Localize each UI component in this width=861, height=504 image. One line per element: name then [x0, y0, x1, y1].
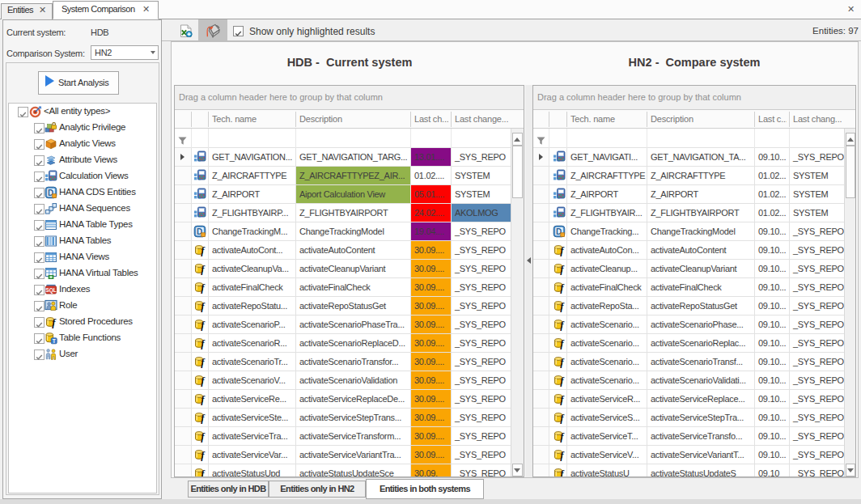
svg-text:f: f — [201, 394, 206, 405]
svg-text:f: f — [560, 320, 565, 331]
svg-text:f: f — [560, 413, 565, 424]
svg-text:f: f — [560, 338, 565, 349]
svg-text:f: f — [560, 468, 565, 477]
svg-text:f: f — [201, 413, 206, 424]
svg-text:f: f — [201, 282, 206, 294]
svg-text:f: f — [560, 431, 565, 443]
svg-text:f: f — [201, 375, 206, 387]
svg-text:f: f — [560, 245, 565, 256]
svg-text:f: f — [201, 245, 206, 256]
svg-text:T: T — [53, 338, 56, 344]
svg-text:f: f — [201, 301, 206, 312]
svg-text:f: f — [560, 357, 565, 368]
svg-text:f: f — [201, 468, 206, 477]
svg-text:f: f — [201, 264, 206, 275]
svg-text:f: f — [560, 450, 565, 461]
svg-text:f: f — [560, 264, 565, 275]
svg-text:f: f — [201, 450, 206, 461]
svg-text:f: f — [560, 301, 565, 312]
svg-text:f: f — [201, 320, 206, 331]
svg-text:f: f — [201, 357, 206, 368]
svg-text:f: f — [201, 338, 206, 349]
svg-text:f: f — [201, 431, 206, 443]
svg-text:f: f — [52, 317, 57, 328]
svg-text:f: f — [560, 394, 565, 405]
svg-text:f: f — [560, 282, 565, 294]
svg-text:SQL: SQL — [45, 287, 56, 294]
svg-text:f: f — [560, 375, 565, 387]
